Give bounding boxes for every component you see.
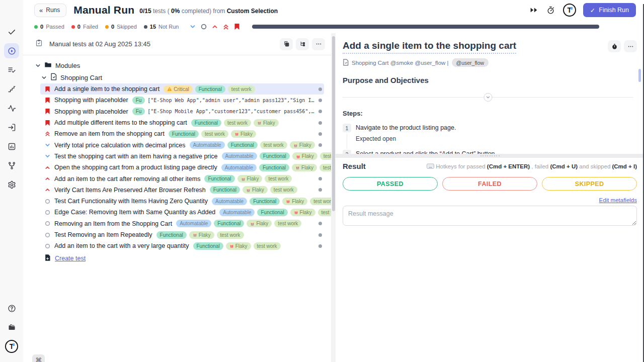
stat-count: 0 [111, 24, 114, 30]
test-row[interactable]: Removing an Item from the Shopping CartA… [40, 218, 324, 229]
panel-splitter-handle[interactable] [336, 154, 644, 158]
test-status-dot[interactable] [318, 233, 322, 237]
timer-icon[interactable] [546, 5, 556, 15]
badge-flaky: Flaky [290, 141, 315, 149]
chevron-down-icon[interactable] [35, 63, 41, 68]
hotkey-segment: (Cmd + U) [550, 163, 578, 169]
test-status-dot[interactable] [318, 188, 322, 192]
tree-node-modules[interactable]: Modules [23, 59, 331, 71]
priority-normal-icon[interactable] [201, 24, 207, 30]
test-status-dot[interactable] [318, 177, 322, 180]
projects-folder-icon[interactable] [4, 320, 19, 335]
bookmark-filter-icon[interactable] [234, 23, 240, 30]
logo-icon[interactable]: T [4, 339, 19, 354]
chevron-down-icon[interactable] [41, 75, 47, 80]
tag-pill[interactable]: @user_flow [452, 58, 489, 67]
result-passed-button[interactable]: PASSED [343, 177, 438, 191]
copy-icon[interactable] [280, 38, 293, 50]
priority-low-icon[interactable] [190, 24, 196, 30]
test-title-label: Edge Case: Removing Item with Same Quant… [54, 209, 215, 216]
tree-scrollbar-thumb[interactable] [332, 36, 335, 211]
test-title-label: Verify total price calculation with deci… [54, 142, 186, 149]
priority-highest-icon[interactable] [223, 24, 229, 30]
badge-automatable: Automatable [176, 220, 211, 227]
help-icon[interactable] [4, 301, 19, 316]
test-title-label: Verify Cart Items Are Preserved After Br… [54, 187, 206, 194]
steps-icon[interactable] [4, 81, 19, 97]
test-row[interactable]: Edge Case: Removing Item with Same Quant… [40, 207, 324, 218]
more-options-icon[interactable] [624, 40, 637, 52]
account-logo-icon[interactable]: T [563, 4, 576, 17]
import-icon[interactable] [4, 120, 19, 135]
reports-icon[interactable] [4, 139, 19, 154]
topbar: « Runs Manual Run 0/15 tests ( 0% comple… [23, 0, 644, 20]
result-failed-button[interactable]: FAILED [442, 177, 537, 191]
badge-testwork: test work [310, 198, 331, 205]
runs-play-icon[interactable] [4, 43, 19, 58]
priority-down-icon [44, 153, 51, 159]
percent-complete: 0% [171, 8, 180, 15]
create-test-row[interactable]: Create test [23, 252, 331, 264]
test-title-label: Shopping with placeholder [54, 108, 128, 115]
badge-flaky: Flaky [247, 220, 272, 227]
badge-functional: Functional [156, 231, 187, 239]
test-status-dot[interactable] [318, 143, 322, 147]
badge-flaky: Flaky [254, 119, 279, 127]
create-test-link[interactable]: Create test [55, 255, 86, 262]
badge-functional: Fu [132, 108, 145, 115]
badge-testwork: test work [319, 164, 331, 171]
test-status-dot[interactable] [318, 110, 322, 113]
badge-flaky: Flaky [292, 152, 317, 160]
test-row[interactable]: Add a single item to the shopping cartCr… [40, 83, 324, 95]
test-row[interactable]: Test Cart Functionality with Items Havin… [40, 196, 324, 207]
test-status-dot[interactable] [318, 87, 322, 91]
test-status-dot[interactable] [318, 132, 322, 136]
file-icon [50, 73, 57, 82]
result-buttons: PASSEDFAILEDSKIPPED [343, 177, 637, 191]
tests-check-icon[interactable] [4, 24, 19, 39]
branch-icon[interactable] [4, 158, 19, 173]
test-row[interactable]: Shopping with placeholderFu["E-Shop Mobi… [40, 106, 324, 117]
test-row[interactable]: Add multiple different items to the shop… [40, 117, 324, 128]
test-row[interactable]: Remove an item from the shopping cartFun… [40, 128, 324, 139]
back-to-runs-button[interactable]: « Runs [34, 4, 66, 17]
test-status-dot[interactable] [318, 244, 322, 248]
test-row[interactable]: Shopping with placeholderFu["E-Shop Web … [40, 95, 324, 106]
tree-view-icon[interactable] [296, 38, 309, 50]
test-status-dot[interactable] [318, 99, 322, 102]
tree-scrollbar[interactable] [331, 33, 336, 362]
test-row[interactable]: Add an item to the cart with a very larg… [40, 240, 324, 251]
edit-metafields-link[interactable]: Edit metafields [599, 197, 637, 203]
test-row[interactable]: Add an item to the cart after removing a… [40, 173, 324, 184]
keyboard-icon [427, 163, 434, 169]
test-title[interactable]: Add a single item to the shopping cart [343, 40, 516, 54]
test-detail-panel: Add a single item to the shopping cart S… [336, 33, 644, 362]
test-row[interactable]: Verify total price calculation with deci… [40, 139, 324, 150]
tree-node-shopping-cart[interactable]: Shopping Cart [23, 71, 331, 83]
test-row[interactable]: Test Removing an Item RepeatedlyFunction… [40, 229, 324, 240]
test-status-dot[interactable] [318, 222, 322, 225]
pulse-icon[interactable] [4, 101, 19, 116]
priority-up-icon [44, 165, 51, 170]
finish-run-button[interactable]: ✓ Finish Run [583, 3, 636, 17]
command-shortcut-button[interactable]: ⌘ [32, 354, 45, 362]
priority-circle-icon [44, 243, 51, 249]
collapse-section-icon[interactable] [484, 93, 492, 102]
test-row[interactable]: Verify Cart Items Are Preserved After Br… [40, 185, 324, 196]
settings-gear-icon[interactable] [4, 177, 19, 192]
priority-high-icon[interactable] [212, 24, 218, 30]
checklist-icon[interactable] [4, 62, 19, 77]
more-options-icon[interactable] [312, 38, 325, 50]
test-title-label: Shopping with placeholder [54, 97, 128, 104]
stopwatch-icon[interactable] [608, 40, 621, 52]
test-status-dot[interactable] [318, 121, 322, 125]
run-source: Custom Selection [227, 8, 278, 15]
description-scrollbar-thumb[interactable] [638, 69, 641, 82]
test-row[interactable]: Test the shopping cart with an item havi… [40, 151, 324, 162]
fast-forward-icon[interactable] [529, 5, 539, 15]
badge-functional: Functional [250, 198, 280, 205]
result-skipped-button[interactable]: SKIPPED [542, 177, 637, 191]
result-message-input[interactable] [343, 206, 637, 226]
badge-flaky: Flaky [282, 198, 307, 205]
test-row[interactable]: Open the shopping cart from a product li… [40, 162, 324, 173]
